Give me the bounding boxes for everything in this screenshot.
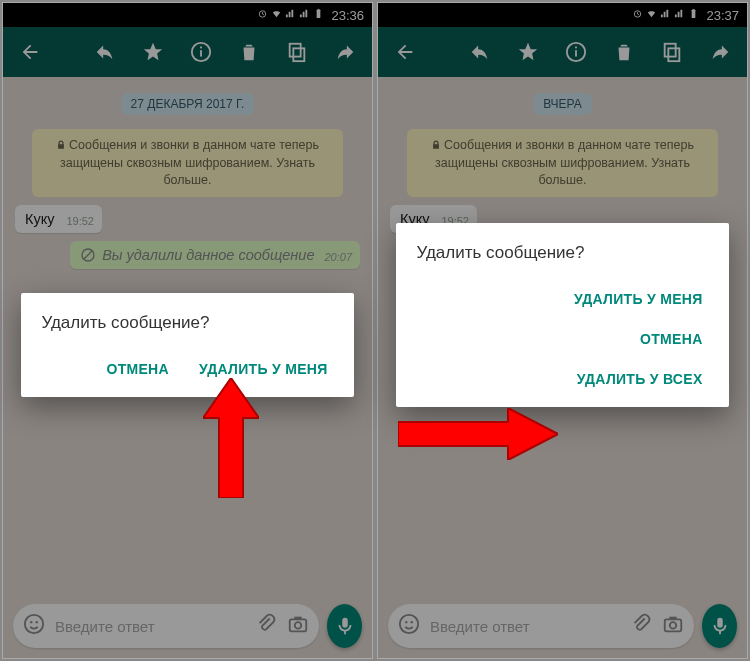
annotation-arrow-right — [398, 408, 558, 460]
delete-dialog: Удалить сообщение? ОТМЕНА УДАЛИТЬ У МЕНЯ — [21, 293, 353, 397]
dialog-title: Удалить сообщение? — [416, 243, 708, 263]
dialog-overlay[interactable]: Удалить сообщение? ОТМЕНА УДАЛИТЬ У МЕНЯ — [3, 3, 372, 658]
svg-marker-41 — [398, 408, 558, 460]
svg-marker-21 — [203, 378, 259, 498]
phone-screenshot-left: 23:36 27 ДЕКАБРЯ 2017 Г. Сообщения и зво… — [2, 2, 373, 659]
delete-for-all-button[interactable]: УДАЛИТЬ У ВСЕХ — [571, 361, 709, 397]
dialog-overlay[interactable]: Удалить сообщение? УДАЛИТЬ У МЕНЯ ОТМЕНА… — [378, 3, 747, 658]
phone-screenshot-right: 23:37 ВЧЕРА Сообщения и звонки в данном … — [377, 2, 748, 659]
cancel-button[interactable]: ОТМЕНА — [634, 321, 708, 357]
cancel-button[interactable]: ОТМЕНА — [100, 351, 174, 387]
delete-for-me-button[interactable]: УДАЛИТЬ У МЕНЯ — [568, 281, 709, 317]
annotation-arrow-up — [203, 378, 259, 498]
dialog-title: Удалить сообщение? — [41, 313, 333, 333]
delete-dialog: Удалить сообщение? УДАЛИТЬ У МЕНЯ ОТМЕНА… — [396, 223, 728, 407]
